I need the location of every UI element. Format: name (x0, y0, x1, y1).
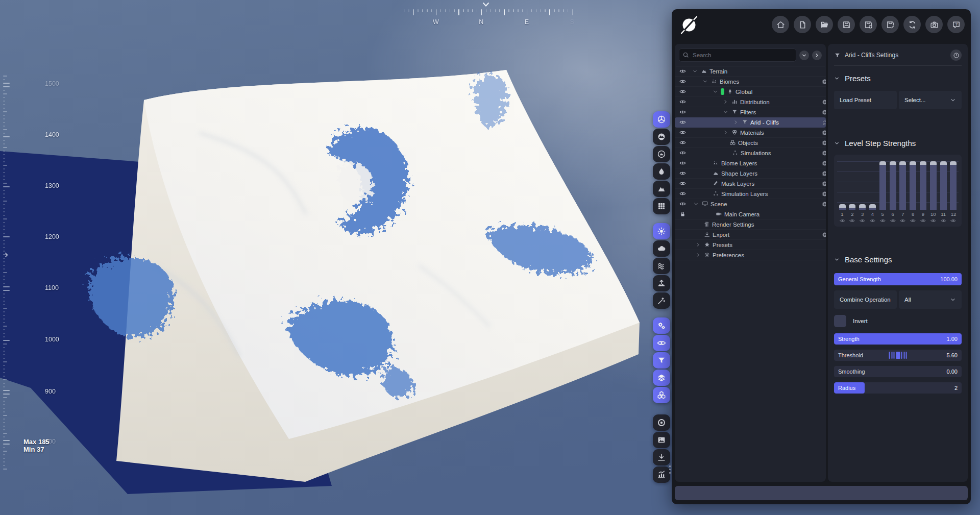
search-input[interactable] (679, 48, 796, 62)
level-step-visibility-toggle[interactable] (889, 218, 896, 224)
tool-button-terrain-sphere[interactable] (653, 129, 670, 145)
header-button-home[interactable] (772, 16, 789, 33)
header-button-open-folder[interactable] (816, 16, 833, 33)
header-button-screenshot[interactable] (925, 16, 943, 33)
header-button-save[interactable] (838, 16, 855, 33)
visibility-toggle[interactable] (679, 148, 686, 158)
expander[interactable] (695, 240, 701, 250)
plus-button[interactable] (822, 199, 826, 209)
expander[interactable] (702, 77, 708, 86)
visibility-toggle[interactable] (679, 66, 686, 76)
header-button-new-file[interactable] (794, 16, 811, 33)
header-button-save-edit[interactable] (881, 16, 899, 33)
plus-button[interactable] (822, 128, 826, 137)
visibility-toggle[interactable] (679, 189, 686, 199)
tree-row-objects[interactable]: Objects (675, 138, 826, 148)
tree-row-terrain[interactable]: Terrain (675, 66, 826, 77)
level-step-visibility-toggle[interactable] (950, 218, 957, 224)
tree-row-materials[interactable]: Materials (675, 128, 826, 138)
tree-row-main-camera[interactable]: Main Camera (675, 209, 826, 219)
general-strength-slider[interactable]: General Strength 100.00 (834, 273, 962, 285)
visibility-toggle[interactable] (679, 199, 686, 209)
plus-button[interactable] (822, 107, 826, 117)
level-step-bar-9[interactable] (920, 159, 927, 210)
expander[interactable] (692, 66, 698, 76)
plus-button[interactable] (822, 189, 826, 199)
expander[interactable] (733, 117, 739, 127)
plus-button[interactable] (822, 230, 826, 239)
expand-all-button[interactable] (812, 51, 822, 60)
level-step-bar-2[interactable] (849, 159, 856, 210)
expander[interactable] (693, 199, 699, 209)
level-step-bar-11[interactable] (940, 159, 947, 210)
level-step-visibility-toggle[interactable] (879, 218, 886, 224)
tool-button-grid[interactable] (653, 198, 670, 214)
tree-row-export[interactable]: Export (675, 230, 826, 240)
expander[interactable] (713, 87, 718, 96)
sidebar-expander[interactable] (3, 251, 10, 261)
tool-button-water-drop[interactable] (653, 163, 670, 180)
header-button-sync[interactable] (903, 16, 921, 33)
tool-button-cloud[interactable] (653, 240, 670, 257)
tool-button-raise-terrain[interactable] (653, 275, 670, 291)
level-step-bar-1[interactable] (839, 159, 846, 210)
tree-row-mask-layers[interactable]: Mask Layers (675, 179, 826, 189)
visibility-toggle[interactable] (679, 138, 686, 148)
tree-row-simulation-layers[interactable]: Simulation Layers (675, 189, 826, 199)
level-step-visibility-toggle[interactable] (839, 218, 846, 224)
tool-button-download[interactable] (653, 449, 670, 465)
tree-row-global[interactable]: Global (675, 87, 826, 97)
tool-button-terrain-ring[interactable] (653, 146, 670, 162)
level-step-bar-6[interactable] (889, 159, 896, 210)
tool-button-image[interactable] (653, 432, 670, 448)
visibility-toggle[interactable] (679, 158, 686, 168)
tree-row-presets[interactable]: Presets (675, 240, 826, 250)
visibility-toggle[interactable] (679, 168, 686, 178)
tree-row-preferences[interactable]: Preferences (675, 250, 826, 260)
level-step-visibility-toggle[interactable] (920, 218, 927, 224)
base-settings-section-header[interactable]: Base Settings (834, 255, 962, 264)
radius-slider[interactable]: Radius 2 (834, 382, 962, 394)
level-step-bar-7[interactable] (899, 159, 906, 210)
level-step-visibility-toggle[interactable] (899, 218, 906, 224)
plus-button[interactable] (822, 168, 826, 178)
smoothing-slider[interactable]: Smoothing 0.00 (834, 366, 962, 377)
level-step-bar-10[interactable] (929, 159, 937, 210)
level-step-visibility-toggle[interactable] (929, 218, 937, 224)
lock-toggle[interactable] (679, 209, 686, 219)
tree-row-render-settings[interactable]: Render Settings (675, 219, 826, 230)
expander[interactable] (723, 128, 728, 137)
expander[interactable] (723, 97, 728, 107)
tool-button-gears[interactable] (653, 317, 670, 334)
header-button-help[interactable]: ? (947, 16, 965, 33)
tree-row-arid-cliffs[interactable]: Arid - Cliffs (675, 117, 826, 128)
presets-section-header[interactable]: Presets (834, 74, 962, 83)
tree-row-simulations[interactable]: Simulations (675, 148, 826, 158)
visibility-toggle[interactable] (679, 117, 686, 127)
invert-checkbox[interactable] (834, 315, 846, 327)
tree-row-biome-layers[interactable]: Biome Layers (675, 158, 826, 168)
level-step-visibility-toggle[interactable] (859, 218, 866, 224)
visibility-toggle[interactable] (679, 97, 686, 107)
level-step-bar-12[interactable] (950, 159, 957, 210)
threshold-scrubber[interactable]: Threshold 5.60 (834, 350, 962, 361)
plus-button[interactable] (822, 179, 826, 188)
refresh-button[interactable] (822, 117, 826, 127)
level-step-bar-8[interactable] (910, 159, 917, 210)
panel-resize-grip[interactable] (669, 465, 671, 474)
level-step-bar-4[interactable] (869, 159, 876, 210)
tool-button-eye[interactable] (653, 335, 670, 351)
tool-button-magic-wand[interactable] (653, 292, 670, 309)
tool-button-stats[interactable] (653, 467, 670, 483)
enable-toggle-button[interactable] (950, 50, 962, 61)
load-preset-select[interactable]: Select... (899, 91, 962, 109)
tool-button-mountain[interactable] (653, 181, 670, 197)
header-button-save-as[interactable] (860, 16, 877, 33)
tool-button-cubes[interactable] (653, 387, 670, 403)
plus-button[interactable] (822, 148, 826, 158)
tree-row-shape-layers[interactable]: Shape Layers (675, 168, 826, 179)
visibility-toggle[interactable] (679, 77, 686, 86)
visibility-toggle[interactable] (679, 87, 686, 96)
expander[interactable] (695, 250, 701, 260)
tool-button-record[interactable] (653, 414, 670, 431)
